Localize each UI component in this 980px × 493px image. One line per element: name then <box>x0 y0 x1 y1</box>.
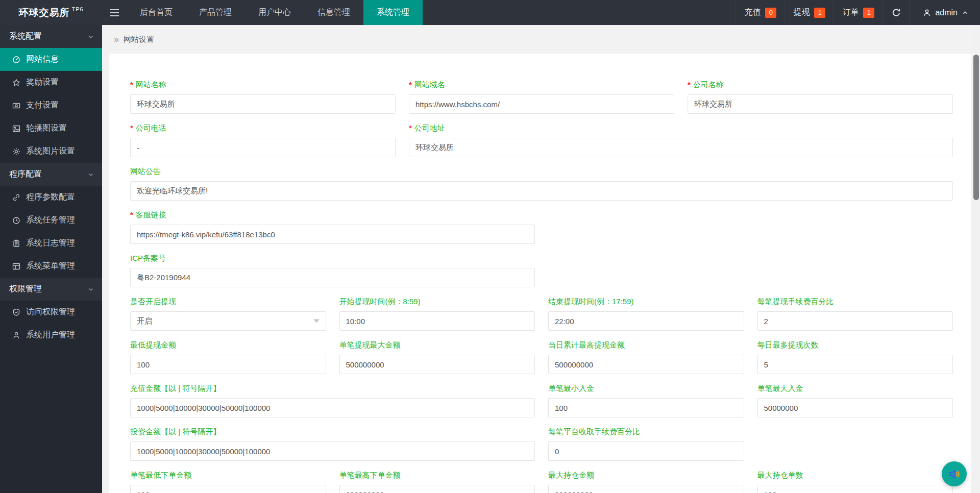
form-field-20: 投资金额【以 | 符号隔开】 <box>130 427 535 461</box>
quick-link-1[interactable]: 充值0 <box>736 0 785 25</box>
field-input-7[interactable] <box>130 225 535 244</box>
chevron-down-icon <box>88 34 94 40</box>
voice-announcement-fab[interactable] <box>942 461 967 486</box>
field-input-13[interactable] <box>130 355 326 374</box>
field-input-11[interactable] <box>548 311 744 331</box>
field-input-5[interactable] <box>409 138 953 157</box>
field-input-21[interactable] <box>548 441 744 461</box>
field-label: 每笔提现手续费百分比 <box>757 297 953 306</box>
field-select-9[interactable] <box>130 311 326 331</box>
username: admin <box>935 8 958 17</box>
sidebar: 系统配置网站信息奖励设置支付设置轮播图设置系统图片设置程序配置程序参数配置系统任… <box>0 25 102 493</box>
field-input-3[interactable] <box>688 94 953 114</box>
sidebar-item-label: 系统菜单管理 <box>26 261 75 272</box>
quick-link-label: 订单 <box>842 7 859 18</box>
form-field-15: 当日累计最高提现金额 <box>548 340 744 374</box>
app-logo: 环球交易所 TP6 <box>0 0 102 25</box>
form-field-12: 每笔提现手续费百分比 <box>757 297 953 331</box>
field-label-text: 网站名称 <box>136 80 166 89</box>
quick-link-2[interactable]: 提现1 <box>785 0 834 25</box>
field-control <box>688 94 953 114</box>
app-logo-tag: TP6 <box>71 6 83 12</box>
required-asterisk: * <box>409 80 412 89</box>
refresh-button[interactable] <box>883 0 909 25</box>
field-label-text: 公司地址 <box>414 124 445 133</box>
field-label: 结束提现时间(例：17:59) <box>548 297 744 306</box>
field-label-text: 每笔平台收取手续费百分比 <box>548 427 640 436</box>
field-input-8[interactable] <box>130 268 535 287</box>
sidebar-item-1-5[interactable]: 系统图片设置 <box>0 140 102 163</box>
sidebar-item-1-4[interactable]: 轮播图设置 <box>0 117 102 140</box>
user-menu[interactable]: admin <box>909 0 980 25</box>
breadcrumb: » 网站设置 <box>102 25 980 54</box>
nav-tab-3[interactable]: 用户中心 <box>245 0 304 25</box>
sidebar-section-3[interactable]: 权限管理 <box>0 278 102 301</box>
field-input-16[interactable] <box>757 355 953 374</box>
shield-check-icon <box>12 308 20 316</box>
sidebar-item-2-1[interactable]: 程序参数配置 <box>0 186 102 209</box>
sidebar-item-1-3[interactable]: 支付设置 <box>0 94 102 117</box>
field-input-14[interactable] <box>339 355 535 374</box>
field-control <box>130 398 535 417</box>
field-label: 当日累计最高提现金额 <box>548 340 744 350</box>
quick-link-3[interactable]: 订单1 <box>834 0 883 25</box>
field-label-text: 投资金额【以 | 符号隔开】 <box>130 427 220 436</box>
field-control <box>548 311 744 331</box>
field-label-text: 最低提现金额 <box>130 340 176 350</box>
field-input-20[interactable] <box>130 441 535 461</box>
form-field-7: *客服链接 <box>130 210 535 244</box>
field-label: 单笔提现最大金额 <box>339 340 535 350</box>
sidebar-section-2[interactable]: 程序配置 <box>0 163 102 186</box>
field-input-15[interactable] <box>548 355 744 374</box>
field-control <box>548 441 744 461</box>
sidebar-item-2-3[interactable]: 系统日志管理 <box>0 232 102 255</box>
field-input-24[interactable] <box>548 485 744 493</box>
field-input-23[interactable] <box>339 485 535 493</box>
field-label-text: 客服链接 <box>136 210 166 219</box>
field-input-18[interactable] <box>548 398 744 417</box>
user-icon <box>12 331 20 339</box>
field-input-25[interactable] <box>757 485 953 493</box>
field-label: 单笔最低下单金额 <box>130 471 326 480</box>
field-input-17[interactable] <box>130 398 535 417</box>
hamburger-icon[interactable] <box>102 0 127 25</box>
field-label-text: 当日累计最高提现金额 <box>548 340 625 350</box>
field-input-22[interactable] <box>130 485 326 493</box>
field-control <box>130 441 535 461</box>
count-badge: 1 <box>814 8 825 18</box>
field-input-19[interactable] <box>757 398 953 417</box>
scrollbar-thumb[interactable] <box>973 55 979 200</box>
field-control <box>409 94 674 114</box>
field-input-4[interactable] <box>130 138 396 157</box>
sidebar-item-3-2[interactable]: 系统用户管理 <box>0 324 102 347</box>
field-input-12[interactable] <box>757 311 953 331</box>
nav-tab-5[interactable]: 系统管理 <box>363 0 423 25</box>
form-field-25: 最大持仓单数 <box>757 471 953 493</box>
field-control <box>130 485 326 493</box>
form-field-4: *公司电话 <box>130 124 396 157</box>
field-label-text: 公司名称 <box>693 80 724 89</box>
field-input-10[interactable] <box>339 311 535 331</box>
field-input-1[interactable] <box>130 94 396 114</box>
sidebar-section-1[interactable]: 系统配置 <box>0 25 102 48</box>
field-control <box>757 355 953 374</box>
sidebar-item-2-4[interactable]: 系统菜单管理 <box>0 255 102 278</box>
nav-tab-1[interactable]: 后台首页 <box>127 0 186 25</box>
topbar: 环球交易所 TP6 后台首页产品管理用户中心信息管理系统管理 充值0提现1订单1 <box>0 0 980 25</box>
nav-tab-4[interactable]: 信息管理 <box>304 0 363 25</box>
nav-tab-2[interactable]: 产品管理 <box>186 0 245 25</box>
field-label: 单笔最小入金 <box>548 384 744 393</box>
sidebar-item-label: 系统日志管理 <box>26 238 75 249</box>
sidebar-item-2-2[interactable]: 系统任务管理 <box>0 209 102 232</box>
field-label-text: 结束提现时间(例：17:59) <box>548 297 634 306</box>
field-label-text: 网站域名 <box>414 80 445 89</box>
required-asterisk: * <box>130 124 133 133</box>
field-input-6[interactable] <box>130 181 953 201</box>
sidebar-item-1-2[interactable]: 奖励设置 <box>0 71 102 94</box>
sidebar-item-1-1[interactable]: 网站信息 <box>0 48 102 71</box>
field-input-2[interactable] <box>409 94 674 114</box>
field-label-text: ICP备案号 <box>130 254 166 263</box>
field-label-text: 单笔最小入金 <box>548 384 594 393</box>
form-field-13: 最低提现金额 <box>130 340 326 374</box>
sidebar-item-3-1[interactable]: 访问权限管理 <box>0 301 102 324</box>
